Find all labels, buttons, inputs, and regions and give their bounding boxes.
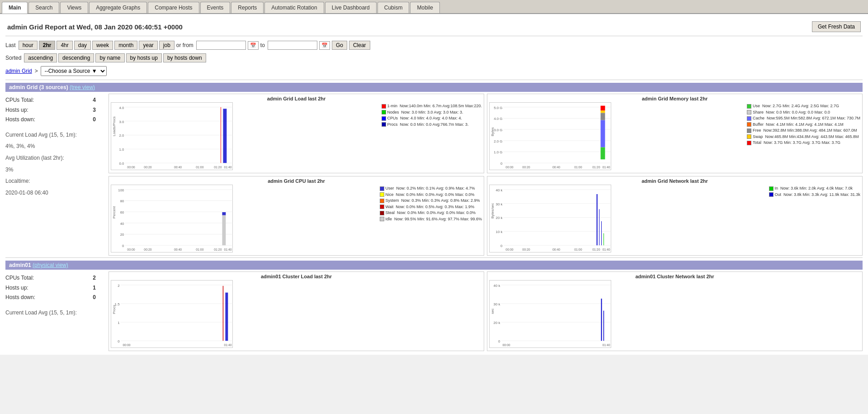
svg-text:1.0 G: 1.0 G: [494, 150, 502, 154]
svg-text:Bytes: Bytes: [491, 127, 495, 136]
last-label: Last: [5, 42, 16, 48]
tab-reports[interactable]: Reports: [231, 2, 264, 13]
sort-btn-by-hosts-up[interactable]: by hosts up: [126, 53, 162, 62]
to-label: to: [260, 42, 265, 48]
svg-text:0: 0: [498, 339, 500, 343]
svg-text:01:20: 01:20: [214, 248, 222, 251]
tab-cubism[interactable]: Cubism: [377, 2, 410, 13]
from-input[interactable]: [196, 41, 246, 50]
sub-stat: 3%: [5, 165, 105, 175]
legend-item: 1-min Now:140.0m Min: 6.7m Avg:108.5m Ma…: [382, 103, 482, 109]
section-header-link[interactable]: (tree view): [70, 84, 95, 90]
tab-search[interactable]: Search: [28, 2, 59, 13]
from-calendar-button[interactable]: 📅: [248, 41, 259, 50]
time-btn-hour[interactable]: hour: [19, 41, 38, 50]
sort-btn-by-name[interactable]: by name: [95, 53, 124, 62]
time-btn-2hr[interactable]: 2hr: [39, 41, 56, 50]
legend-label: Total Now: 3.7G Min: 3.7G Avg: 3.7G Max:…: [753, 140, 840, 146]
tab-mobile[interactable]: Mobile: [410, 2, 439, 13]
legend-color: [380, 199, 384, 203]
main-content: admin Grid Report at Wed, 08 Jan 2020 06…: [0, 14, 868, 355]
legend-label: Cache Now:595.5M Min:582.8M Avg: 672.1M …: [753, 115, 860, 122]
legend-item: In Now: 3.6k Min: 2.0k Avg: 4.0k Max: 7.…: [769, 186, 860, 192]
legend-color: [747, 122, 751, 127]
stat-label: Hosts up:: [5, 105, 28, 115]
time-btn-4hr[interactable]: 4hr: [57, 41, 72, 50]
legend-label: Steal Now: 0.0% Min: 0.0% Avg: 0.0% Max:…: [386, 210, 476, 216]
section-body-admin01: CPUs Total:2Hosts up:1Hosts down:0Curren…: [5, 271, 863, 351]
tab-main[interactable]: Main: [2, 2, 28, 14]
tab-views[interactable]: Views: [60, 2, 88, 13]
legend-item: Cache Now:595.5M Min:582.8M Avg: 672.1M …: [747, 115, 860, 122]
to-calendar-button[interactable]: 📅: [319, 41, 330, 50]
legend-item: Out Now: 3.8k Min: 3.3k Avg: 11.9k Max: …: [769, 192, 860, 198]
svg-text:100: 100: [118, 188, 124, 192]
svg-text:30 k: 30 k: [496, 202, 503, 206]
svg-text:3.0: 3.0: [119, 120, 124, 124]
time-btn-month[interactable]: month: [114, 41, 137, 50]
svg-text:00:20: 00:20: [144, 248, 151, 251]
legend-item: CPUs Now: 4.0 Min: 4.0 Avg: 4.0 Max: 4.: [382, 115, 482, 122]
legend-label: Swap Now:465.8M Min:434.8M Avg: 443.5M M…: [753, 134, 859, 140]
title-bar: admin Grid Report at Wed, 08 Jan 2020 06…: [5, 18, 863, 36]
tab-events[interactable]: Events: [200, 2, 231, 13]
section-stats-admin-grid: CPUs Total:4Hosts up:3Hosts down:0Curren…: [5, 94, 105, 256]
sort-btn-descending[interactable]: descending: [58, 53, 94, 62]
fresh-data-button[interactable]: Get Fresh Data: [812, 21, 861, 32]
legend-label: Free Now:392.8M Min:388.0M Avg: 484.1M M…: [753, 128, 857, 134]
tab-compare-hosts[interactable]: Compare Hosts: [148, 2, 199, 13]
chart-box-cpu: admin Grid CPU last 2hr 100806040200 00:…: [108, 176, 484, 256]
section-body-admin-grid: CPUs Total:4Hosts up:3Hosts down:0Curren…: [5, 94, 863, 256]
stat-value: 2: [93, 273, 96, 283]
chart-inner: 21.510 00:00 01:40 Procs: [111, 280, 482, 349]
go-button[interactable]: Go: [332, 41, 347, 50]
sort-btn-ascending[interactable]: ascending: [24, 53, 57, 62]
section-header-link[interactable]: (physical view): [33, 262, 68, 268]
svg-rect-62: [222, 215, 226, 246]
tab-live-dashboard[interactable]: Live Dashboard: [325, 2, 377, 13]
svg-text:1: 1: [118, 321, 119, 325]
svg-text:00:40: 00:40: [174, 248, 182, 251]
chart-inner: 5.0 G4.0 G3.0 G2.0 G1.0 G0 00:00 00:20 0…: [489, 102, 860, 171]
time-btn-year[interactable]: year: [139, 41, 157, 50]
svg-text:20: 20: [120, 233, 124, 237]
legend-color: [769, 186, 774, 191]
tab-aggregate-graphs[interactable]: Aggregate Graphs: [89, 2, 147, 13]
legend-color: [747, 104, 751, 109]
svg-text:0: 0: [118, 339, 120, 343]
svg-text:01:20: 01:20: [592, 166, 600, 169]
stat-value: 3: [93, 105, 96, 115]
legend-color: [747, 116, 751, 121]
svg-text:0: 0: [500, 244, 503, 248]
legend-color: [382, 110, 386, 114]
svg-text:01:40: 01:40: [224, 166, 231, 169]
chart-box-memory: admin Grid Memory last 2hr 5.0 G4.0 G3.0…: [487, 94, 863, 173]
svg-text:Procs: Procs: [112, 305, 116, 314]
chart-title: admin Grid Network last 2hr: [489, 178, 860, 184]
breadcrumb-link[interactable]: admin Grid: [5, 68, 32, 74]
svg-text:01:00: 01:00: [574, 248, 582, 251]
sort-btn-by-hosts-down[interactable]: by hosts down: [163, 53, 206, 62]
time-btn-day[interactable]: day: [74, 41, 91, 50]
svg-rect-41: [600, 120, 605, 148]
to-input[interactable]: [268, 41, 317, 50]
svg-text:30 k: 30 k: [494, 302, 500, 306]
tab-automatic-rotation[interactable]: Automatic Rotation: [264, 2, 324, 13]
legend-label: Procs Now: 0.0 Min: 0.0 Avg:766.7m Max: …: [387, 122, 469, 128]
svg-rect-40: [600, 113, 605, 120]
or-from-label: or from: [176, 42, 193, 48]
stat-row: Hosts up:1: [5, 283, 105, 293]
clear-button[interactable]: Clear: [349, 41, 370, 50]
breadcrumb-separator: >: [35, 68, 38, 74]
svg-text:00:20: 00:20: [522, 166, 530, 169]
svg-text:01:20: 01:20: [214, 166, 222, 169]
source-select[interactable]: --Choose a Source ▼: [41, 66, 107, 76]
legend-color: [382, 116, 386, 121]
chart-inner: 40 k30 k20 k10 k0 00:00 00:20 00:40 01:0…: [489, 185, 860, 253]
legend-label: 1-min Now:140.0m Min: 6.7m Avg:108.5m Ma…: [387, 103, 482, 109]
time-btn-week[interactable]: week: [92, 41, 113, 50]
time-btn-job[interactable]: job: [159, 41, 175, 50]
sub-stat: 4%, 3%, 4%: [5, 142, 105, 152]
stat-label: Hosts up:: [5, 283, 28, 293]
stat-row: Hosts down:0: [5, 115, 105, 125]
